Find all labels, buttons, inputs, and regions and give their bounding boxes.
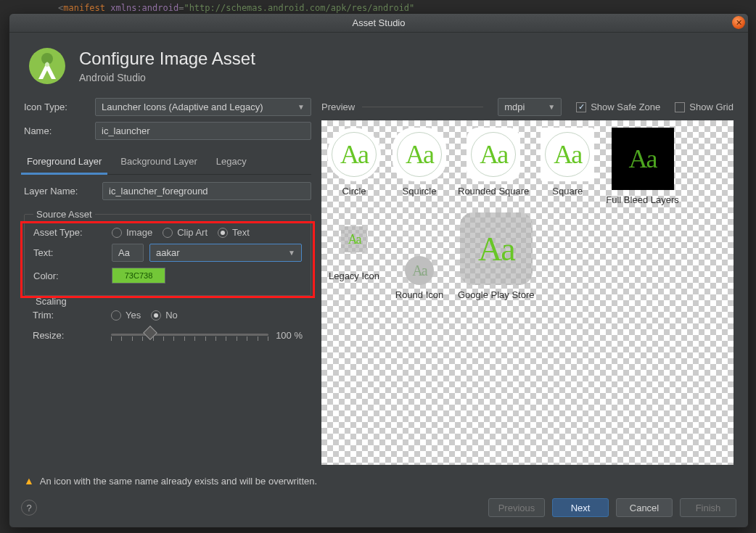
text-label: Text: [33, 247, 106, 258]
show-grid-checkbox[interactable]: Show Grid [675, 102, 734, 112]
source-asset-group: Source Asset Asset Type: Image Clip Art … [24, 209, 311, 296]
name-label: Name: [24, 125, 89, 136]
asset-type-text-radio[interactable]: Text [218, 227, 250, 238]
warning-icon: ▲ [24, 475, 34, 487]
preview-circle: Aa Circle [327, 128, 381, 197]
layer-tabs: Foreground Layer Background Layer Legacy [24, 150, 311, 175]
trim-no-radio[interactable]: No [151, 310, 178, 321]
name-field[interactable] [95, 122, 311, 140]
android-studio-icon [28, 47, 66, 85]
chevron-down-icon: ▼ [288, 249, 295, 257]
source-asset-legend: Source Asset [33, 209, 95, 220]
finish-button[interactable]: Finish [680, 498, 736, 517]
preview-full-bleed: Aa Full Bleed Layers [606, 128, 678, 205]
font-select[interactable]: aakar ▼ [149, 244, 302, 262]
preview-squircle: Aa Squircle [393, 128, 446, 197]
page-title: Configure Image Asset [79, 49, 255, 69]
icon-type-label: Icon Type: [24, 102, 89, 112]
text-value-field[interactable] [112, 244, 144, 262]
color-label: Color: [33, 270, 106, 281]
help-button[interactable]: ? [21, 500, 37, 516]
preview-google-play: Aa Google Play Store [458, 212, 535, 300]
icon-type-select[interactable]: Launcher Icons (Adaptive and Legacy) ▼ [95, 98, 311, 116]
previous-button[interactable]: Previous [488, 498, 545, 517]
svg-point-2 [45, 62, 49, 67]
tab-legacy[interactable]: Legacy [215, 150, 248, 174]
preview-canvas: Aa Circle Aa Squircle Aa Rounded Square … [321, 120, 734, 465]
color-swatch[interactable]: 73C738 [112, 268, 165, 284]
preview-round-icon: Aa Round Icon [393, 212, 446, 300]
page-subtitle: Android Studio [79, 72, 255, 83]
resize-label: Resize: [33, 330, 105, 341]
preview-label: Preview [321, 102, 355, 112]
trim-yes-radio[interactable]: Yes [111, 310, 141, 321]
resize-percent: 100 % [276, 330, 303, 341]
asset-studio-dialog: Asset Studio ✕ Configure Image Asset And… [9, 13, 749, 528]
titlebar[interactable]: Asset Studio ✕ [9, 14, 748, 33]
asset-type-clipart-radio[interactable]: Clip Art [163, 227, 208, 238]
chevron-down-icon: ▼ [548, 103, 555, 111]
show-safe-zone-checkbox[interactable]: Show Safe Zone [576, 102, 660, 112]
resize-slider[interactable] [111, 326, 268, 344]
config-pane: Icon Type: Launcher Icons (Adaptive and … [24, 98, 311, 465]
preview-legacy-icon: Aa Legacy Icon [327, 212, 381, 281]
asset-type-image-radio[interactable]: Image [112, 227, 152, 238]
tab-background-layer[interactable]: Background Layer [119, 150, 199, 174]
asset-type-label: Asset Type: [33, 227, 106, 238]
warning-message: ▲ An icon with the same name already exi… [9, 465, 748, 491]
tab-foreground-layer[interactable]: Foreground Layer [25, 150, 103, 174]
window-title: Asset Studio [353, 17, 406, 28]
next-button[interactable]: Next [552, 498, 609, 517]
layer-name-label: Layer Name: [24, 186, 96, 197]
layer-name-field[interactable] [102, 182, 311, 200]
dialog-header: Configure Image Asset Android Studio [9, 33, 748, 98]
density-select[interactable]: mdpi ▼ [498, 98, 562, 116]
preview-rounded-square: Aa Rounded Square [458, 128, 529, 197]
cancel-button[interactable]: Cancel [616, 498, 673, 517]
trim-label: Trim: [33, 310, 105, 321]
close-icon[interactable]: ✕ [732, 16, 745, 29]
preview-pane: Preview mdpi ▼ Show Safe Zone Show Grid … [321, 98, 734, 465]
preview-square: Aa Square [541, 128, 594, 197]
scaling-legend: Scaling [33, 296, 70, 307]
chevron-down-icon: ▼ [297, 103, 305, 111]
